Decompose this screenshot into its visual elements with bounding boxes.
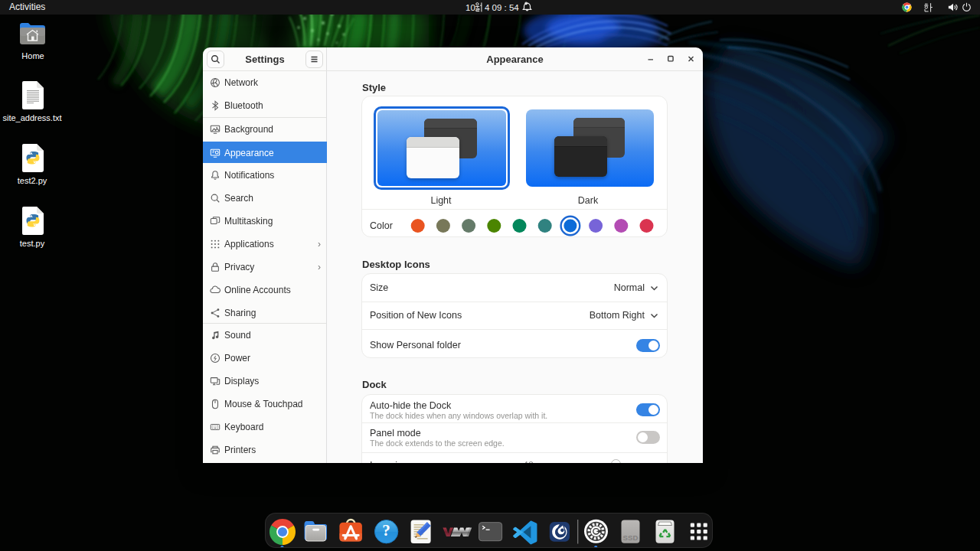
- svg-text:?: ?: [382, 521, 390, 540]
- svg-text:SSD: SSD: [622, 533, 638, 542]
